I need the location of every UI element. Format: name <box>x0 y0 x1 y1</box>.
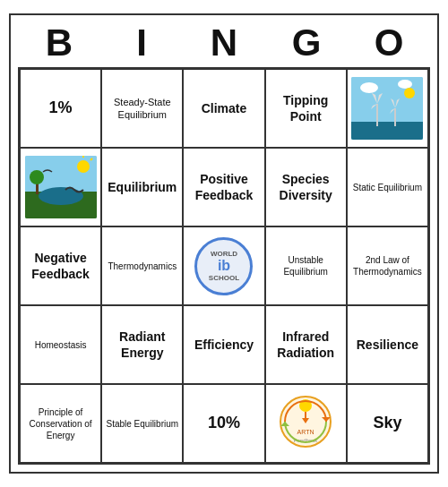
svg-rect-5 <box>376 104 378 126</box>
cell-text: 2nd Law of Thermodynamics <box>351 254 424 278</box>
cell-text: Equilibrium <box>108 179 177 195</box>
cell-text: Principle of Conservation of Energy <box>24 406 97 441</box>
svg-rect-9 <box>394 108 396 126</box>
cell-3-1[interactable]: Radiant Energy <box>101 305 183 384</box>
cell-0-0[interactable]: 1% <box>20 69 101 148</box>
letter-g: G <box>265 22 348 64</box>
cell-text: Efficiency <box>194 337 254 353</box>
cell-1-3[interactable]: Species Diversity <box>265 148 347 226</box>
bingo-header: B I N G O <box>18 22 430 64</box>
cell-text: Static Equilibrium <box>353 182 422 193</box>
bingo-card: B I N G O 1% Steady-State Equilibrium Cl… <box>9 13 439 474</box>
cell-text: Homeostasis <box>35 339 87 351</box>
cell-4-1[interactable]: Stable Equilibrium <box>101 384 183 463</box>
cell-4-4[interactable]: Sky <box>347 384 428 463</box>
cell-1-1[interactable]: Equilibrium <box>101 148 183 226</box>
cell-text: 1% <box>49 98 73 118</box>
svg-point-20 <box>30 170 44 184</box>
cell-3-4[interactable]: Resilience <box>347 305 428 384</box>
cell-2-1[interactable]: Thermodynamics <box>101 226 183 305</box>
ecosystem-image <box>25 156 97 218</box>
cell-4-2[interactable]: 10% <box>183 384 264 463</box>
cell-0-3[interactable]: Tipping Point <box>265 69 347 148</box>
svg-point-4 <box>404 88 415 98</box>
ib-logo-image: WORLD ib SCHOOL <box>194 237 253 295</box>
cell-4-0[interactable]: Principle of Conservation of Energy <box>20 384 101 463</box>
svg-point-2 <box>360 82 378 93</box>
cell-3-3[interactable]: Infrared Radiation <box>265 305 347 384</box>
svg-point-15 <box>39 187 83 205</box>
cell-2-3[interactable]: Unstable Equilibrium <box>265 226 347 305</box>
bingo-grid: 1% Steady-State Equilibrium Climate Tipp… <box>18 67 430 465</box>
letter-i: I <box>100 22 183 64</box>
cell-1-4[interactable]: Static Equilibrium <box>347 148 428 226</box>
cell-text: 10% <box>208 413 240 433</box>
cell-2-0[interactable]: Negative Feedback <box>20 226 101 305</box>
cell-1-0[interactable] <box>20 148 101 226</box>
cell-text: Species Diversity <box>270 171 342 203</box>
svg-rect-1 <box>351 122 423 140</box>
cell-2-2[interactable]: WORLD ib SCHOOL <box>183 226 264 305</box>
cell-text: Radiant Energy <box>106 329 178 361</box>
cell-0-1[interactable]: Steady-State Equilibrium <box>101 69 183 148</box>
cell-text: Steady-State Equilibrium <box>106 96 178 122</box>
cell-text: Negative Feedback <box>24 250 97 282</box>
cell-text: Infrared Radiation <box>270 329 342 361</box>
cell-3-2[interactable]: Efficiency <box>183 305 264 384</box>
cell-text: Thermodynamics <box>108 261 177 272</box>
cell-text: Unstable Equilibrium <box>270 254 342 278</box>
cell-text: Tipping Point <box>270 92 342 124</box>
cell-0-4[interactable] <box>347 69 428 148</box>
cell-0-2[interactable]: Climate <box>183 69 264 148</box>
letter-o: O <box>348 22 430 64</box>
wind-turbine-image <box>351 77 423 140</box>
letter-n: N <box>183 22 265 64</box>
svg-text:ARTN: ARTN <box>297 429 314 435</box>
energy-feedback-image: ARTN Feedback <box>274 393 337 455</box>
svg-line-18 <box>90 158 92 160</box>
svg-point-3 <box>398 80 412 89</box>
svg-point-16 <box>77 160 90 173</box>
letter-b: B <box>18 22 100 64</box>
cell-4-3[interactable]: ARTN Feedback <box>265 384 347 463</box>
cell-text: Positive Feedback <box>187 171 260 203</box>
cell-1-2[interactable]: Positive Feedback <box>183 148 264 226</box>
cell-text: Climate <box>202 100 247 116</box>
cell-3-0[interactable]: Homeostasis <box>20 305 101 384</box>
cell-text: Resilience <box>357 337 418 353</box>
cell-2-4[interactable]: 2nd Law of Thermodynamics <box>347 226 428 305</box>
cell-text: Sky <box>373 413 401 433</box>
cell-text: Stable Equilibrium <box>106 418 178 430</box>
